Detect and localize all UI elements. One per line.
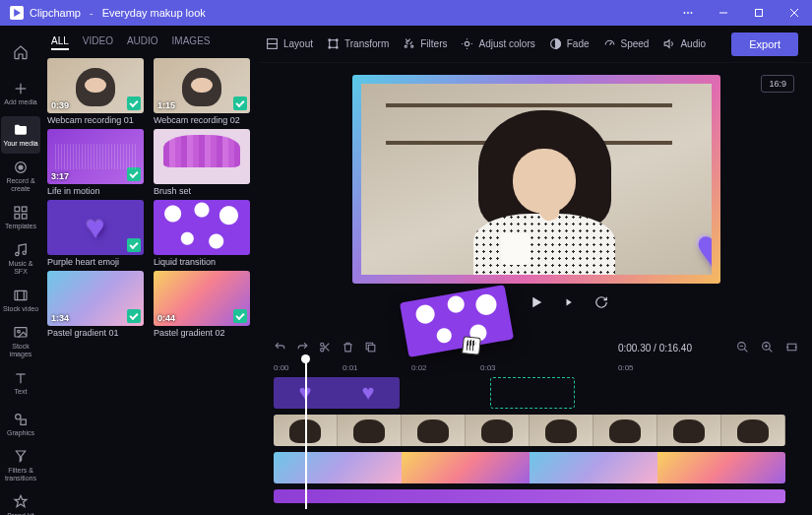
media-thumbnail[interactable]: 3:17 — [47, 129, 144, 184]
nav-stock-images[interactable]: Stock images — [1, 323, 40, 360]
svg-point-29 — [329, 39, 331, 41]
duplicate-button[interactable] — [364, 341, 377, 355]
title-separator: - — [90, 7, 94, 19]
clip-audio[interactable] — [274, 489, 785, 503]
nav-record-create[interactable]: Record & create — [1, 158, 40, 195]
nav-add-media[interactable]: Add media — [1, 75, 40, 112]
svg-point-32 — [337, 46, 339, 48]
media-title: Purple heart emoji — [47, 257, 146, 267]
preview-area: 16:9 ♥ — [260, 63, 812, 338]
nav-graphics[interactable]: Graphics — [1, 406, 40, 443]
undo-button[interactable] — [274, 341, 286, 355]
more-button[interactable] — [670, 0, 706, 26]
preview-frame[interactable]: ♥ — [352, 75, 720, 284]
grab-cursor-icon — [462, 336, 481, 355]
tool-audio[interactable]: Audio — [662, 37, 706, 50]
nav-templates[interactable]: Templates — [1, 199, 40, 236]
titlebar: Clipchamp - Everyday makup look — [0, 0, 812, 26]
redo-button[interactable] — [296, 341, 309, 355]
tool-filters[interactable]: Filters — [403, 37, 447, 50]
media-duration: 0:44 — [157, 313, 175, 323]
svg-point-31 — [329, 46, 331, 48]
close-button[interactable] — [777, 0, 812, 26]
tool-layout[interactable]: Layout — [266, 37, 313, 50]
media-thumbnail[interactable]: 0:44 — [154, 271, 250, 326]
timeline-tracks[interactable] — [274, 377, 798, 509]
zoom-in-button[interactable] — [761, 341, 774, 355]
play-button[interactable] — [528, 293, 545, 313]
nav-home[interactable] — [1, 33, 40, 71]
media-thumbnail[interactable]: 1:34 — [47, 271, 144, 326]
svg-point-24 — [16, 415, 21, 419]
nav-your-media[interactable]: Your media — [1, 116, 40, 154]
nav-filters-transitions[interactable]: Filters & transitions — [1, 447, 40, 484]
aspect-ratio-badge[interactable]: 16:9 — [761, 75, 794, 93]
media-item[interactable]: Purple heart emoji — [47, 200, 146, 267]
zoom-out-button[interactable] — [736, 341, 749, 355]
media-title: Webcam recording 02 — [154, 115, 252, 125]
titlebar-brand: Clipchamp - Everyday makup look — [10, 6, 206, 20]
media-item[interactable]: 0:39Webcam recording 01 — [47, 58, 146, 125]
media-thumbnail[interactable] — [154, 200, 250, 255]
clip-main-video[interactable] — [274, 415, 785, 446]
delete-button[interactable] — [342, 341, 354, 355]
media-item[interactable]: Brush set — [154, 129, 252, 196]
media-item[interactable]: Liquid transition — [154, 200, 252, 267]
track-background[interactable] — [274, 452, 798, 483]
app-name: Clipchamp — [30, 7, 81, 19]
nav-music-sfx[interactable]: Music & SFX — [1, 240, 40, 278]
media-thumbnail[interactable]: 0:39 — [47, 58, 144, 113]
media-item[interactable]: 3:17Life in motion — [47, 129, 146, 196]
tab-video[interactable]: VIDEO — [83, 35, 113, 50]
check-icon — [127, 97, 141, 110]
nav-stock-video[interactable]: Stock video — [1, 282, 40, 319]
playhead[interactable] — [305, 359, 307, 509]
nav-rail: Add media Your media Record & create Tem… — [0, 26, 41, 515]
media-item[interactable]: 1:15Webcam recording 02 — [154, 58, 252, 125]
media-title: Pastel gradient 02 — [154, 328, 252, 338]
timeline: 0:00.30 / 0:16.40 0:00 0:01 0:02 0:03 0:… — [260, 338, 812, 515]
timeline-actions — [274, 341, 377, 355]
next-frame-button[interactable] — [563, 295, 577, 311]
svg-rect-25 — [21, 419, 26, 424]
media-duration: 1:15 — [157, 100, 175, 110]
nav-brand-kit[interactable]: Brand kit — [1, 488, 40, 515]
export-button[interactable]: Export — [731, 32, 798, 56]
svg-rect-46 — [368, 346, 375, 353]
track-audio[interactable] — [274, 489, 798, 503]
tool-adjust-colors[interactable]: Adjust colors — [461, 37, 534, 50]
media-thumbnail[interactable]: 1:15 — [154, 58, 250, 113]
media-item[interactable]: 1:34Pastel gradient 01 — [47, 271, 146, 338]
media-title: Brush set — [154, 186, 252, 196]
tab-all[interactable]: ALL — [51, 35, 69, 50]
jump-forward-button[interactable] — [594, 295, 608, 311]
clip-gradient-bg[interactable] — [274, 452, 785, 483]
zoom-fit-button[interactable] — [785, 341, 798, 355]
svg-point-21 — [18, 331, 21, 334]
split-button[interactable] — [319, 341, 332, 355]
nav-text[interactable]: Text — [1, 364, 40, 402]
clip-hearts[interactable] — [274, 377, 400, 409]
minimize-button[interactable] — [706, 0, 741, 26]
svg-rect-17 — [15, 290, 27, 299]
media-title: Life in motion — [47, 186, 146, 196]
check-icon — [233, 309, 247, 323]
media-thumbnail[interactable] — [154, 129, 250, 184]
tab-audio[interactable]: AUDIO — [127, 35, 158, 50]
track-video[interactable] — [274, 415, 798, 446]
check-icon — [127, 309, 141, 323]
tab-images[interactable]: IMAGES — [172, 35, 211, 50]
media-thumbnail[interactable] — [47, 200, 144, 255]
tool-speed[interactable]: Speed — [603, 37, 650, 50]
stage: Layout Transform Filters Adjust colors F… — [260, 26, 812, 515]
tool-fade[interactable]: Fade — [549, 37, 590, 50]
media-item[interactable]: 0:44Pastel gradient 02 — [154, 271, 252, 338]
heart-emoji-icon: ♥ — [696, 214, 712, 275]
drop-target[interactable] — [490, 377, 575, 409]
clip-toolbar: Layout Transform Filters Adjust colors F… — [260, 26, 812, 63]
tool-transform[interactable]: Transform — [327, 37, 389, 50]
timeline-ruler[interactable]: 0:00 0:01 0:02 0:03 0:05 — [274, 363, 798, 377]
maximize-button[interactable] — [741, 0, 777, 26]
track-overlay[interactable] — [274, 377, 798, 409]
svg-line-51 — [769, 349, 772, 352]
